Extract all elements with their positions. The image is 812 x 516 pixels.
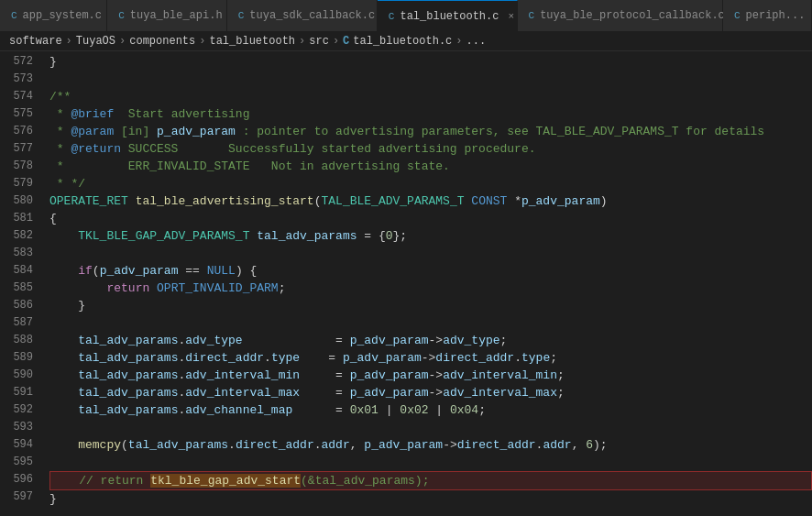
tab-label: tal_bluetooth.c	[400, 10, 499, 23]
tab-label: app_system.c	[23, 9, 102, 22]
code-line-578: * ERR_INVALID_STATE Not in advertising s…	[49, 158, 812, 175]
tab-close-button[interactable]: ×	[508, 11, 514, 22]
code-line-584: if(p_adv_param == NULL) {	[49, 262, 812, 280]
code-line-581: {	[49, 210, 812, 227]
c-file-icon-5: C	[734, 10, 741, 21]
code-line-575: * @brief Start advertising	[49, 105, 812, 123]
tab-tuya-sdk-callback[interactable]: C tuya_sdk_callback.c	[227, 0, 378, 31]
tab-bar: C app_system.c C tuya_ble_api.h C tuya_s…	[0, 0, 812, 32]
code-line-576: * @param [in] p_adv_param : pointer to a…	[49, 123, 812, 140]
breadcrumb-ellipsis: ...	[466, 35, 487, 48]
code-line-594: memcpy(tal_adv_params.direct_addr.addr, …	[49, 436, 812, 454]
c-file-icon-2: C	[238, 10, 245, 21]
code-line-573	[49, 71, 812, 88]
code-line-595	[49, 454, 812, 471]
tab-label: tuya_ble_protocol_callback.c	[540, 9, 725, 22]
breadcrumb-software: software	[9, 35, 62, 48]
code-line-580: OPERATE_RET tal_ble_advertising_start(TA…	[49, 192, 812, 210]
breadcrumb-tal-bluetooth: tal_bluetooth	[209, 35, 295, 48]
code-line-572: }	[49, 53, 812, 71]
breadcrumb-src: src	[309, 35, 329, 48]
c-file-icon: C	[11, 10, 17, 21]
code-line-590: tal_adv_params.adv_interval_min = p_adv_…	[49, 367, 812, 384]
c-file-icon-4: C	[529, 10, 535, 21]
breadcrumb: software › TuyaOS › components › tal_blu…	[0, 32, 812, 51]
code-line-585: return OPRT_INVALID_PARM;	[49, 280, 812, 297]
tab-label: tuya_sdk_callback.c	[249, 9, 375, 22]
code-line-574: /**	[49, 88, 812, 105]
code-line-583	[49, 245, 812, 262]
h-file-icon: C	[118, 10, 125, 21]
code-line-579: * */	[49, 175, 812, 192]
code-line-593	[49, 419, 812, 436]
code-content[interactable]: } /** * @brief Start advertising * @para…	[40, 51, 812, 513]
breadcrumb-components: components	[129, 35, 195, 48]
breadcrumb-tuyaos: TuyaOS	[76, 35, 115, 48]
tab-tal-bluetooth[interactable]: C tal_bluetooth.c ×	[378, 0, 518, 31]
code-line-577: * @return SUCCESS Successfully started a…	[49, 140, 812, 158]
code-line-591: tal_adv_params.adv_interval_max = p_adv_…	[49, 384, 812, 401]
code-line-596: // return tkl_ble_gap_adv_start(&tal_adv…	[49, 471, 812, 490]
tab-tuya-ble-api[interactable]: C tuya_ble_api.h	[107, 0, 227, 31]
line-numbers: 572 573 574 575 576 577 578 579 580 581 …	[0, 51, 40, 513]
code-line-586: }	[49, 297, 812, 314]
code-line-597: }	[49, 490, 812, 508]
tab-label: tuya_ble_api.h	[130, 9, 223, 22]
code-line-588: tal_adv_params.adv_type = p_adv_param->a…	[49, 332, 812, 349]
code-line-592: tal_adv_params.adv_channel_map = 0x01 | …	[49, 401, 812, 419]
tab-label: periph...	[746, 9, 806, 22]
code-line-587	[49, 314, 812, 332]
code-line-582: TKL_BLE_GAP_ADV_PARAMS_T tal_adv_params …	[49, 227, 812, 245]
code-line-589: tal_adv_params.direct_addr.type = p_adv_…	[49, 349, 812, 367]
tab-periph[interactable]: C periph...	[723, 0, 812, 31]
code-area: 572 573 574 575 576 577 578 579 580 581 …	[0, 51, 812, 513]
tab-app-system[interactable]: C app_system.c	[0, 0, 107, 31]
tab-tuya-ble-protocol[interactable]: C tuya_ble_protocol_callback.c	[518, 0, 723, 31]
c-file-icon-3: C	[389, 11, 395, 22]
breadcrumb-file: tal_bluetooth.c	[353, 35, 452, 48]
breadcrumb-c-icon: C	[343, 35, 349, 48]
